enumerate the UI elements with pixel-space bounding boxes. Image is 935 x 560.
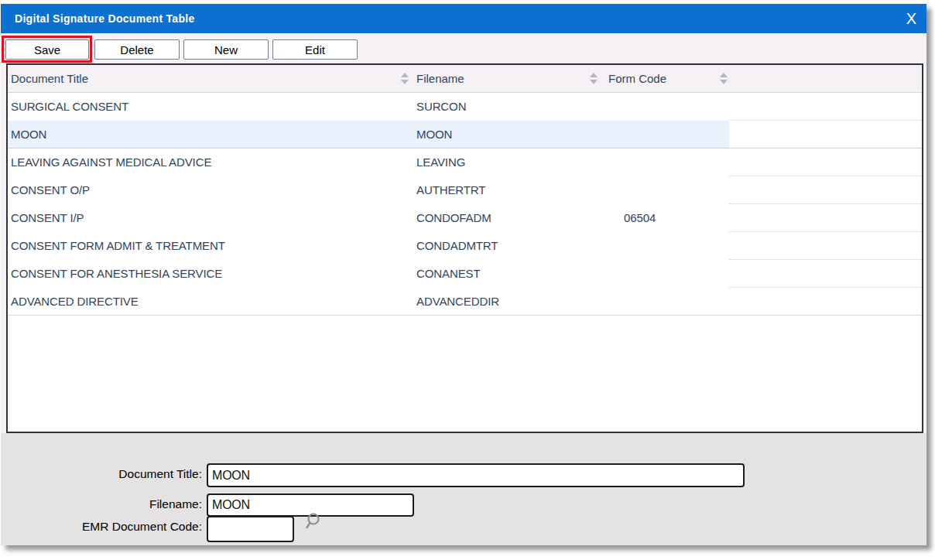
document-title-label: Document Title: [1, 467, 202, 481]
cell-document-title: MOON [11, 121, 46, 148]
cell-form-code: 06504 [624, 204, 656, 231]
save-button[interactable]: Save [5, 39, 89, 60]
cell-document-title: LEAVING AGAINST MEDICAL ADVICE [11, 149, 211, 176]
sort-icon[interactable] [590, 73, 598, 84]
column-header-document-title[interactable]: Document Title [11, 65, 88, 92]
cell-filename: CONANEST [416, 260, 481, 287]
detail-form-panel: Document Title: Filename: EMR Document C… [1, 433, 926, 545]
cell-filename: MOON [416, 121, 452, 148]
delete-button[interactable]: Delete [94, 39, 180, 60]
edit-button[interactable]: Edit [272, 39, 358, 60]
column-header-filename[interactable]: Filename [416, 65, 464, 92]
dialog-title: Digital Signature Document Table [15, 12, 195, 25]
new-button[interactable]: New [183, 39, 269, 60]
table-row[interactable]: LEAVING AGAINST MEDICAL ADVICE LEAVING [8, 149, 922, 176]
table-row[interactable]: CONSENT O/P AUTHERTRT [8, 176, 922, 204]
close-icon[interactable]: X [906, 9, 916, 29]
sort-icon[interactable] [720, 73, 728, 84]
table-row[interactable]: SURGICAL CONSENT SURCON [8, 93, 922, 121]
table-row[interactable]: CONSENT FOR ANESTHESIA SERVICE CONANEST [8, 260, 922, 288]
cell-document-title: ADVANCED DIRECTIVE [11, 288, 139, 315]
column-header-form-code[interactable]: Form Code [608, 65, 666, 92]
emr-document-code-label: EMR Document Code: [1, 520, 202, 534]
cell-document-title: CONSENT O/P [11, 176, 90, 203]
cell-document-title: SURGICAL CONSENT [11, 93, 128, 120]
sort-icon[interactable] [401, 73, 409, 84]
cell-document-title: CONSENT FORM ADMIT & TREATMENT [11, 232, 225, 259]
table-header: Document Title Filename Form Code [8, 65, 922, 93]
filename-label: Filename: [1, 497, 202, 511]
table-row[interactable]: CONSENT I/P CONDOFADM 06504 [8, 204, 922, 232]
table-row[interactable]: CONSENT FORM ADMIT & TREATMENT CONDADMTR… [8, 232, 922, 260]
toolbar: Save Delete New Edit [1, 33, 926, 63]
dialog-digital-signature-document-table: Digital Signature Document Table X Save … [1, 4, 926, 545]
cell-document-title: CONSENT I/P [11, 204, 84, 231]
cell-filename: AUTHERTRT [416, 176, 485, 203]
search-icon[interactable] [301, 511, 323, 533]
document-table: Document Title Filename Form Code SURGIC… [6, 63, 923, 433]
table-row[interactable]: ADVANCED DIRECTIVE ADVANCEDDIR [8, 288, 922, 316]
cell-filename: SURCON [416, 93, 466, 120]
page-background: Digital Signature Document Table X Save … [0, 0, 935, 560]
cell-filename: CONDOFADM [416, 204, 491, 231]
cell-filename: ADVANCEDDIR [416, 288, 499, 315]
table-row-selected[interactable]: MOON MOON [8, 121, 922, 149]
emr-document-code-input[interactable] [207, 516, 294, 542]
cell-filename: LEAVING [416, 149, 465, 176]
cell-document-title: CONSENT FOR ANESTHESIA SERVICE [11, 260, 222, 287]
cell-filename: CONDADMTRT [416, 232, 498, 259]
titlebar: Digital Signature Document Table X [1, 4, 926, 33]
document-title-input[interactable] [207, 463, 745, 487]
